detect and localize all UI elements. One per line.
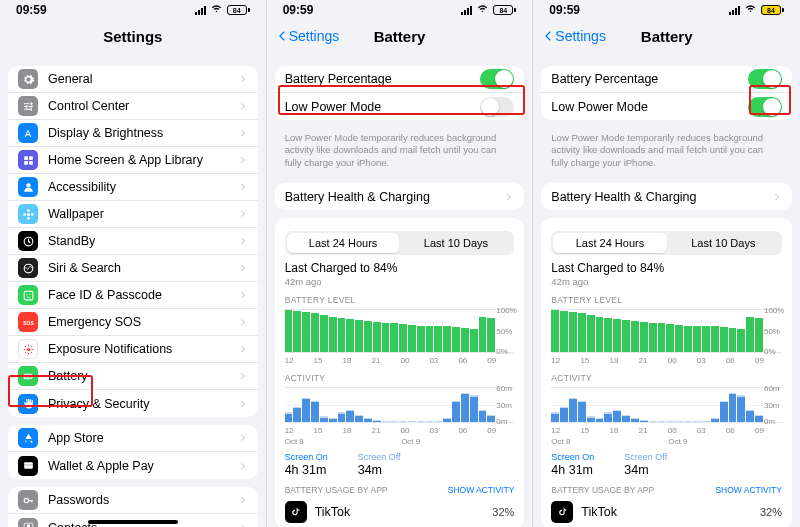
row-battery-percentage[interactable]: Battery Percentage: [275, 66, 525, 93]
battery-percentage-toggle[interactable]: [480, 69, 514, 89]
low-power-mode-toggle[interactable]: [748, 97, 782, 117]
sidebar-item-passwords[interactable]: Passwords: [8, 487, 258, 514]
sidebar-item-display-brightness[interactable]: Display & Brightness: [8, 120, 258, 147]
row-label: Face ID & Passcode: [48, 288, 162, 302]
sidebar-item-home-screen-app-library[interactable]: Home Screen & App Library: [8, 147, 258, 174]
svg-text:SOS: SOS: [23, 320, 34, 325]
svg-rect-18: [32, 375, 33, 377]
app-percentage: 32%: [760, 506, 782, 518]
contacts-icon: [18, 518, 38, 528]
row-label: Emergency SOS: [48, 315, 141, 329]
sidebar-item-general[interactable]: General: [8, 66, 258, 93]
svg-point-4: [26, 183, 30, 187]
wifi-icon: [744, 3, 757, 17]
sidebar-item-accessibility[interactable]: Accessibility: [8, 174, 258, 201]
usage-66 by-app-label: BATTERY USAGE BY APP: [285, 485, 388, 495]
tab-last-10-days[interactable]: Last 10 Days: [667, 233, 780, 253]
sidebar-item-standby[interactable]: StandBy: [8, 228, 258, 255]
low-power-mode-help: Low Power Mode temporarily reduces backg…: [541, 128, 792, 175]
row-label: Wallet & Apple Pay: [48, 459, 154, 473]
sidebar-item-control-center[interactable]: Control Center: [8, 93, 258, 120]
svg-point-16: [26, 347, 29, 350]
sun-icon: [18, 339, 38, 359]
chevron-right-icon: [238, 344, 248, 354]
svg-point-22: [24, 498, 28, 502]
chevron-right-icon: [238, 182, 248, 192]
time-range-segmented[interactable]: Last 24 Hours Last 10 Days: [551, 231, 782, 255]
battery-indicator: 84: [227, 5, 250, 15]
row-battery-health[interactable]: Battery Health & Charging: [275, 183, 525, 210]
battery-indicator: 84: [493, 5, 516, 15]
svg-rect-1: [29, 156, 33, 160]
show-activity-button[interactable]: SHOW ACTIVITY: [715, 485, 782, 495]
svg-rect-21: [24, 464, 33, 465]
row-label: Control Center: [48, 99, 129, 113]
row-low-power-mode[interactable]: Low Power Mode: [541, 93, 792, 120]
activity-label: ACTIVITY: [551, 373, 782, 383]
appstore-icon: [18, 428, 38, 448]
screen-on-value: 4h 31m: [285, 463, 328, 477]
activity-chart: 60m30m0m: [285, 387, 515, 423]
sidebar-item-siri-search[interactable]: Siri & Search: [8, 255, 258, 282]
row-label: Battery Health & Charging: [285, 190, 430, 204]
row-low-power-mode[interactable]: Low Power Mode: [275, 93, 525, 120]
app-usage-row[interactable]: TikTok 32%: [285, 501, 515, 523]
back-button[interactable]: Settings: [541, 20, 606, 52]
battery-percentage-toggle[interactable]: [748, 69, 782, 89]
sidebar-item-face-id-passcode[interactable]: Face ID & Passcode: [8, 282, 258, 309]
tab-last-10-days[interactable]: Last 10 Days: [399, 233, 512, 253]
tab-last-24-hours[interactable]: Last 24 Hours: [287, 233, 400, 253]
text-size-icon: [18, 123, 38, 143]
faceid-icon: [18, 285, 38, 305]
row-label: Low Power Mode: [285, 100, 382, 114]
cellular-icon: [195, 6, 206, 15]
grid-icon: [18, 150, 38, 170]
time-range-segmented[interactable]: Last 24 Hours Last 10 Days: [285, 231, 515, 255]
sliders-icon: [18, 96, 38, 116]
show-activity-button[interactable]: SHOW ACTIVITY: [448, 485, 515, 495]
app-usage-row[interactable]: TikTok 32%: [551, 501, 782, 523]
chevron-right-icon: [238, 128, 248, 138]
last-charged-title: Last Charged to 84%: [551, 261, 782, 275]
battery-level-chart: 100%50%0%: [551, 309, 782, 353]
screen-on-label: Screen On: [551, 452, 594, 462]
page-title: Battery: [374, 28, 426, 45]
chevron-right-icon: [238, 101, 248, 111]
wallet-icon: [18, 456, 38, 476]
row-label: Siri & Search: [48, 261, 121, 275]
row-label: Wallpaper: [48, 207, 104, 221]
svg-rect-12: [24, 291, 33, 300]
sidebar-item-emergency-sos[interactable]: SOSEmergency SOS: [8, 309, 258, 336]
sidebar-item-privacy-security[interactable]: Privacy & Security: [8, 390, 258, 417]
row-battery-health[interactable]: Battery Health & Charging: [541, 183, 792, 210]
sidebar-item-exposure-notifications[interactable]: Exposure Notifications: [8, 336, 258, 363]
chevron-right-icon: [238, 495, 248, 505]
sidebar-item-app-store[interactable]: App Store: [8, 425, 258, 452]
chevron-right-icon: [238, 236, 248, 246]
sidebar-item-wallet-apple-pay[interactable]: Wallet & Apple Pay: [8, 452, 258, 479]
page-title: Battery: [641, 28, 693, 45]
svg-point-14: [29, 293, 30, 294]
screen-on-label: Screen On: [285, 452, 328, 462]
screen-off-label: Screen Off: [624, 452, 667, 462]
tab-last-24-hours[interactable]: Last 24 Hours: [553, 233, 666, 253]
row-battery-percentage[interactable]: Battery Percentage: [541, 66, 792, 93]
app-percentage: 32%: [492, 506, 514, 518]
low-power-mode-toggle[interactable]: [480, 97, 514, 117]
row-label: Display & Brightness: [48, 126, 163, 140]
back-button[interactable]: Settings: [275, 20, 340, 52]
svg-point-13: [26, 293, 27, 294]
home-indicator[interactable]: [88, 520, 178, 524]
last-charged-sub: 42m ago: [551, 276, 782, 287]
row-label: Privacy & Security: [48, 397, 149, 411]
gear-icon: [18, 69, 38, 89]
clock-icon: [18, 231, 38, 251]
app-name: TikTok: [315, 505, 351, 519]
activity-chart: 60m30m0m: [551, 387, 782, 423]
row-label: Battery Health & Charging: [551, 190, 696, 204]
chevron-right-icon: [772, 192, 782, 202]
row-label: Exposure Notifications: [48, 342, 172, 356]
sidebar-item-wallpaper[interactable]: Wallpaper: [8, 201, 258, 228]
sidebar-item-battery[interactable]: Battery: [8, 363, 258, 390]
siri-icon: [18, 258, 38, 278]
